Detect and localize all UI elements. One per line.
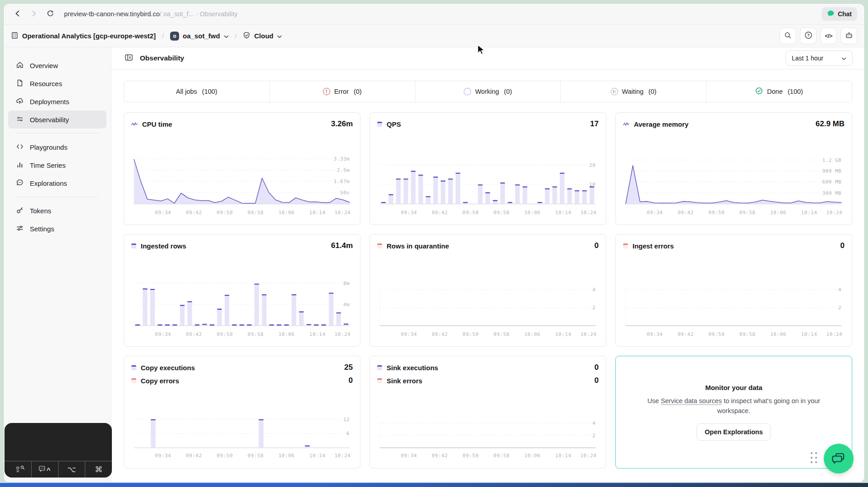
workspace-name: Operational Analytics [gcp-europe-west2]	[22, 32, 156, 40]
forward-button[interactable]	[27, 7, 41, 21]
sidebar-item-playgrounds[interactable]: Playgrounds	[8, 138, 106, 156]
chart-canvas: 12609:3409:4209:5009:5810:0610:1410:24	[131, 410, 353, 464]
card-value: 0	[349, 376, 353, 385]
card-header: Sink executions0Sink errors0	[377, 363, 599, 385]
card-legend-row: CPU time3.26m	[131, 119, 353, 129]
jobs-filter-count: (100)	[788, 88, 803, 95]
svg-text:300 MB: 300 MB	[822, 190, 841, 196]
jobs-filter-count: (0)	[354, 88, 362, 95]
metrics-grid: CPU time3.26m3.33m2.5m1.67m50s09:3409:42…	[124, 112, 852, 469]
chart-canvas: 8m4m09:3409:4209:5009:5810:0610:1410:24	[131, 271, 353, 342]
chart-canvas: 4209:3409:4209:5009:5810:0610:1410:24	[623, 271, 845, 342]
svg-text:10:24: 10:24	[334, 331, 351, 337]
shield-check-icon	[243, 32, 250, 41]
branch-name: oa_sot_fwd	[183, 32, 220, 40]
address-bar[interactable]: preview-tb-canon-new.tinybird.co / oa_so…	[64, 10, 237, 18]
card-legend-row: Ingested rows61.4m	[131, 241, 353, 250]
svg-text:2.5m: 2.5m	[337, 167, 350, 173]
svg-text:09:34: 09:34	[155, 331, 171, 337]
service-data-sources-link[interactable]: Service data sources	[661, 397, 722, 404]
svg-text:10: 10	[589, 182, 596, 188]
bar-series-icon	[377, 122, 382, 127]
monitor-card-body: Use Service data sources to inspect what…	[637, 396, 831, 416]
sidebar-item-settings[interactable]: Settings	[8, 220, 106, 238]
svg-text:09:50: 09:50	[462, 210, 479, 216]
svg-text:10:06: 10:06	[524, 210, 540, 216]
card-legend-row: Rows in quarantine0	[377, 241, 599, 250]
working-status-icon	[464, 88, 471, 95]
sidebar-item-observability[interactable]: Observability	[8, 110, 106, 129]
sidebar-item-label: Settings	[30, 225, 54, 233]
refresh-button[interactable]	[43, 7, 57, 21]
svg-text:09:42: 09:42	[186, 453, 202, 459]
chat-button[interactable]: Chat	[822, 7, 857, 21]
svg-text:10:24: 10:24	[580, 331, 596, 337]
time-range-select[interactable]: Last 1 hour	[785, 51, 853, 66]
sidebar-item-overview[interactable]: Overview	[8, 56, 106, 74]
svg-text:09:42: 09:42	[432, 331, 448, 337]
search-icon	[784, 32, 792, 41]
card-title: Ingested rows	[141, 242, 186, 250]
chat-fab-button[interactable]	[824, 444, 854, 473]
time-range-value: Last 1 hour	[792, 55, 823, 62]
jobs-filter-count: (100)	[202, 88, 217, 95]
sidebar-item-deployments[interactable]: Deployments	[8, 92, 106, 110]
svg-text:2: 2	[592, 305, 596, 311]
chart-canvas: 201009:3409:4209:5009:5810:0610:1410:24	[377, 149, 599, 220]
card-value: 17	[590, 119, 599, 129]
panel-collapse-icon	[125, 54, 133, 62]
svg-text:2: 2	[838, 305, 841, 311]
widget-drag-handle[interactable]	[811, 452, 817, 463]
card-rows-in-quarantine: Rows in quarantine04209:3409:4209:5009:5…	[369, 234, 606, 347]
monitor-body-prefix: Use	[647, 397, 661, 404]
key-icon	[16, 206, 24, 216]
svg-text:09:42: 09:42	[678, 210, 694, 216]
sidebar-item-resources[interactable]: Resources	[8, 74, 106, 92]
jobs-filter-all[interactable]: All jobs (100)	[124, 81, 269, 102]
jobs-filter-error[interactable]: ! Error (0)	[269, 81, 415, 102]
svg-text:600 MB: 600 MB	[822, 179, 841, 185]
open-explorations-button[interactable]: Open Explorations	[697, 423, 771, 441]
svg-text:09:42: 09:42	[678, 331, 694, 337]
card-legend-row: QPS17	[377, 119, 599, 129]
svg-text:09:34: 09:34	[155, 453, 171, 459]
environment-selector[interactable]: Cloud	[243, 32, 282, 41]
search-button[interactable]	[780, 28, 796, 44]
code-button[interactable]: </>	[820, 28, 837, 44]
assistant-button[interactable]	[840, 28, 857, 44]
card-value: 0	[595, 376, 599, 385]
main-panel: Observability Last 1 hour All jobs (100)	[111, 47, 864, 482]
sidebar-item-tokens[interactable]: Tokens	[8, 202, 106, 220]
svg-text:09:58: 09:58	[248, 331, 264, 337]
jobs-status-bar: All jobs (100) ! Error (0) Working (0)	[124, 81, 852, 102]
svg-text:09:58: 09:58	[494, 453, 510, 459]
card-header: Rows in quarantine0	[377, 241, 599, 250]
card-header: Average memory62.9 MB	[623, 119, 845, 129]
workspace-selector[interactable]: Operational Analytics [gcp-europe-west2]	[11, 32, 156, 41]
sliders-icon	[16, 224, 24, 234]
code-brackets-icon	[16, 142, 24, 152]
svg-text:09:34: 09:34	[647, 210, 663, 216]
sidebar-item-time-series[interactable]: Time Series	[8, 156, 106, 174]
sidebar-item-label: Deployments	[30, 98, 69, 106]
svg-text:10:06: 10:06	[524, 331, 540, 337]
sidebar-item-label: Playgrounds	[30, 143, 67, 151]
card-value: 62.9 MB	[816, 119, 845, 129]
back-button[interactable]	[11, 7, 24, 21]
collapse-sidebar-button[interactable]	[123, 53, 134, 64]
page-title-row: Observability Last 1 hour	[111, 47, 864, 69]
svg-text:09:50: 09:50	[708, 210, 725, 216]
jobs-filter-waiting[interactable]: Waiting (0)	[560, 81, 706, 102]
jobs-filter-working[interactable]: Working (0)	[415, 81, 561, 102]
card-value: 3.26m	[331, 119, 353, 129]
back-icon	[14, 10, 21, 18]
help-button[interactable]: ?	[800, 28, 817, 44]
sidebar-item-explorations[interactable]: Explorations	[8, 174, 106, 192]
branch-selector[interactable]: o oa_sot_fwd	[170, 32, 229, 41]
jobs-filter-label: Working	[475, 88, 499, 95]
jobs-filter-done[interactable]: Done (100)	[706, 81, 852, 102]
svg-text:09:34: 09:34	[401, 331, 417, 337]
svg-text:09:42: 09:42	[186, 331, 202, 337]
svg-text:09:50: 09:50	[217, 453, 233, 459]
svg-text:09:34: 09:34	[155, 210, 171, 216]
